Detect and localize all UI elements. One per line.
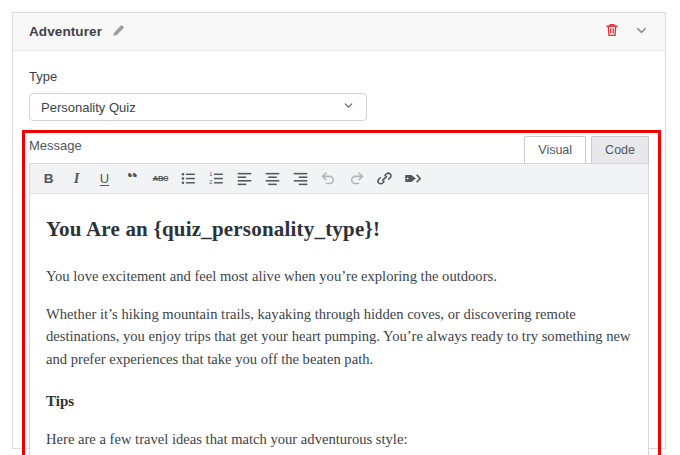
strikethrough-icon: ABC xyxy=(153,174,169,183)
numbered-list-icon: 12 xyxy=(208,170,225,187)
panel-title: Adventurer xyxy=(29,24,102,39)
select-chevron-icon xyxy=(342,99,355,115)
collapse-button[interactable] xyxy=(634,23,649,41)
italic-button[interactable]: I xyxy=(63,167,90,191)
bullet-list-button[interactable] xyxy=(175,167,202,191)
undo-button[interactable] xyxy=(315,167,342,191)
underline-icon: U xyxy=(100,171,109,186)
bullet-list-icon xyxy=(180,170,197,187)
undo-icon xyxy=(320,170,337,187)
rich-text-editor: BIU“ABC12 You Are an {quiz_personality_t… xyxy=(29,163,649,455)
message-label: Message xyxy=(29,136,82,153)
tag-icon xyxy=(404,170,421,187)
delete-button[interactable] xyxy=(604,22,620,41)
numbered-list-button[interactable]: 12 xyxy=(203,167,230,191)
type-select[interactable]: Personality Quiz xyxy=(29,93,367,121)
bold-icon: B xyxy=(44,171,54,186)
link-icon xyxy=(376,170,393,187)
type-select-value: Personality Quiz xyxy=(41,100,136,115)
align-center-icon xyxy=(264,170,281,187)
tag-button[interactable] xyxy=(399,167,426,191)
chevron-down-icon xyxy=(634,23,649,41)
tab-visual[interactable]: Visual xyxy=(524,136,586,163)
svg-text:2: 2 xyxy=(209,179,212,185)
align-center-button[interactable] xyxy=(259,167,286,191)
italic-icon: I xyxy=(74,170,80,187)
editor-content[interactable]: You Are an {quiz_personality_type}! You … xyxy=(30,194,648,455)
panel-header: Adventurer xyxy=(13,13,665,51)
tab-code[interactable]: Code xyxy=(591,136,649,163)
pencil-icon xyxy=(111,23,126,41)
trash-icon xyxy=(604,22,620,41)
content-paragraph: Whether it’s hiking mountain trails, kay… xyxy=(46,303,632,371)
message-field: Message VisualCode BIU“ABC12 You Are an … xyxy=(29,136,649,455)
edit-title-button[interactable] xyxy=(111,23,126,41)
content-heading: You Are an {quiz_personality_type}! xyxy=(46,213,632,246)
blockquote-button[interactable]: “ xyxy=(119,167,146,191)
link-button[interactable] xyxy=(371,167,398,191)
blockquote-icon: “ xyxy=(127,173,138,185)
align-left-icon xyxy=(236,170,253,187)
align-left-button[interactable] xyxy=(231,167,258,191)
content-paragraph: You love excitement and feel most alive … xyxy=(46,265,632,288)
tips-intro: Here are a few travel ideas that match y… xyxy=(46,428,632,451)
editor-toolbar: BIU“ABC12 xyxy=(30,164,648,194)
content-paragraphs: You love excitement and feel most alive … xyxy=(46,265,632,371)
type-label: Type xyxy=(29,69,649,84)
bold-button[interactable]: B xyxy=(35,167,62,191)
panel-header-actions xyxy=(604,22,649,41)
strikethrough-button[interactable]: ABC xyxy=(147,167,174,191)
editor-tabs: VisualCode xyxy=(524,136,649,163)
message-field-header: Message VisualCode xyxy=(29,136,649,163)
panel-title-group: Adventurer xyxy=(29,23,126,41)
redo-button[interactable] xyxy=(343,167,370,191)
align-right-icon xyxy=(292,170,309,187)
align-right-button[interactable] xyxy=(287,167,314,191)
underline-button[interactable]: U xyxy=(91,167,118,191)
tips-heading: Tips xyxy=(46,390,632,413)
panel-body: Type Personality Quiz Message VisualCode… xyxy=(13,51,665,455)
redo-icon xyxy=(348,170,365,187)
svg-text:1: 1 xyxy=(209,171,212,177)
adventurer-panel: Adventurer xyxy=(12,12,666,449)
